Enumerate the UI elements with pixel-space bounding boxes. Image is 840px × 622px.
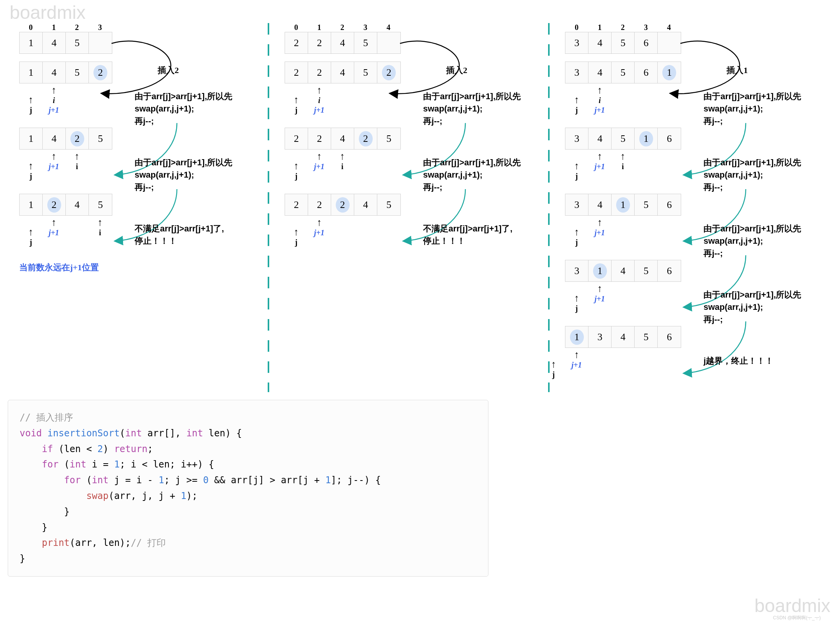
pointer: ↑j <box>565 161 588 196</box>
pointer: ↑j+1 <box>565 350 588 384</box>
array-cell: 2 <box>308 62 331 83</box>
pointer-label-j: j <box>565 304 588 313</box>
pointer: ↑j <box>565 293 588 328</box>
pointer-empty <box>611 284 634 318</box>
code-block: // 插入排序 void insertionSort(int arr[], in… <box>8 400 488 577</box>
pointer-label-j: j <box>565 172 588 181</box>
array-cell: 2 <box>43 194 66 215</box>
array-cell: 2 <box>285 194 308 215</box>
array-cell: 2 <box>66 128 89 149</box>
pointer-arrow-icon: ↑ <box>588 151 611 161</box>
pointer: ↑j+1 <box>588 218 611 252</box>
array-cell: 4 <box>43 128 66 149</box>
array-cell: 4 <box>331 128 354 149</box>
array-cell: 2 <box>308 194 331 215</box>
pointer-label-i: i <box>308 96 331 105</box>
column-3: 012343456 插入134561↑j↑ij+1由于arr[j]>arr[j+… <box>553 23 832 392</box>
pointer: ↑j <box>285 95 308 130</box>
pointer: ↑j <box>565 95 588 130</box>
array-cell: 2 <box>354 128 377 149</box>
array-cell: 5 <box>635 326 658 348</box>
array: 22425 <box>285 128 401 150</box>
pointer-label-jp1: j+1 <box>42 162 65 171</box>
pointer: ↑j <box>565 227 588 262</box>
pointer-label-j: j <box>285 172 308 181</box>
pointer-label-j: j <box>542 370 565 379</box>
pointer: ↑j+1 <box>588 284 611 318</box>
step-annotation: j越界，终止！！！ <box>703 355 827 367</box>
pointer-label-jp1: j+1 <box>308 228 331 237</box>
index-label: 0 <box>565 23 588 32</box>
step-row: 22425↑j↑j+1↑i由于arr[j]>arr[j+1],所以先swap(a… <box>281 128 537 186</box>
array-cell: 3 <box>565 128 588 149</box>
array-cell: 5 <box>612 32 635 53</box>
step-row: 145 插入2 <box>15 32 256 54</box>
pointer-label-j: j <box>565 106 588 115</box>
array-cell: 2 <box>308 32 331 53</box>
pointer: ↑j <box>542 359 565 394</box>
index-row: 01234 <box>565 23 825 32</box>
step-annotation: 由于arr[j]>arr[j+1],所以先swap(arr,j,j+1);再j-… <box>423 156 546 193</box>
index-label: 3 <box>634 23 657 32</box>
array: 3456 <box>565 32 681 54</box>
step-annotation: 由于arr[j]>arr[j+1],所以先swap(arr,j,j+1);再j-… <box>703 156 827 193</box>
pointer-label-i: i <box>588 96 611 105</box>
step-row: 31456↑j↑j+1由于arr[j]>arr[j+1],所以先swap(arr… <box>561 260 825 318</box>
pointer-empty <box>611 218 634 252</box>
array-cell: 4 <box>588 62 612 83</box>
array-cell: 5 <box>377 194 400 215</box>
array-cell: 5 <box>66 32 89 53</box>
array: 34156 <box>565 194 681 216</box>
pointer-arrow-icon: ↑ <box>19 161 42 171</box>
index-label: 1 <box>308 23 331 32</box>
pointer-empty <box>634 284 657 318</box>
pointer: ↑j+1 <box>42 218 65 252</box>
pointer: ↑j <box>19 227 42 262</box>
array-cell: 3 <box>565 260 588 281</box>
array-cell: 4 <box>588 128 612 149</box>
array-cell: 5 <box>612 128 635 149</box>
index-label: 1 <box>42 23 65 32</box>
array: 34561 <box>565 62 681 83</box>
pointer-empty <box>588 350 611 384</box>
step-row: 22245↑j↑j+1不满足arr[j]>arr[j+1]了,停止！！！ <box>281 194 537 252</box>
array: 22452 <box>285 62 401 83</box>
array: 22245 <box>285 194 401 216</box>
array-cell: 1 <box>635 128 658 149</box>
array-cell: 1 <box>565 326 588 348</box>
array: 1245 <box>19 194 112 216</box>
csdn-attribution: CSDN @啊啊啊(┯_┯) <box>773 615 821 621</box>
diagram-columns: 0123145 插入21452↑j↑ij+1由于arr[j]>arr[j+1],… <box>8 23 832 392</box>
pointer-label-jp1: j+1 <box>42 106 65 115</box>
pointer-arrow-icon: ↑ <box>19 227 42 237</box>
pointer: ↑j+1 <box>588 151 611 186</box>
array-cell: 2 <box>89 62 112 83</box>
pointer-label-jp1: j+1 <box>588 294 611 303</box>
array-cell: 6 <box>658 326 681 348</box>
pointer-arrow-icon: ↑ <box>565 350 588 360</box>
pointer-label-j: j <box>19 172 42 181</box>
pointer-arrow-icon: ↑ <box>565 161 588 171</box>
array-cell: 5 <box>66 62 89 83</box>
array: 1425 <box>19 128 112 150</box>
pointer-arrow-icon: ↑ <box>542 359 565 369</box>
pointer: ↑ij+1 <box>588 85 611 120</box>
index-row: 01234 <box>285 23 537 32</box>
column-2: 012342245 插入222452↑j↑ij+1由于arr[j]>arr[j+… <box>273 23 544 392</box>
array-cell: 6 <box>658 128 681 149</box>
array-cell: 4 <box>588 32 612 53</box>
array-cell <box>377 32 400 53</box>
step-row: 1452↑j↑ij+1由于arr[j]>arr[j+1],所以先swap(arr… <box>15 62 256 120</box>
array-cell: 5 <box>635 194 658 215</box>
array: 34516 <box>565 128 681 150</box>
step-row: 1425↑j↑j+1↑i由于arr[j]>arr[j+1],所以先swap(ar… <box>15 128 256 186</box>
index-label: 4 <box>657 23 680 32</box>
index-label: 3 <box>88 23 112 32</box>
pointer: ↑j+1 <box>308 218 331 252</box>
array-cell: 4 <box>43 32 66 53</box>
pointer-label-jp1: j+1 <box>42 228 65 237</box>
array-cell: 4 <box>354 194 377 215</box>
pointer-empty <box>657 284 680 318</box>
pointer-label-jp1: j+1 <box>588 106 611 115</box>
step-row: 1245↑j↑j+1↑i不满足arr[j]>arr[j+1]了,停止！！！ <box>15 194 256 252</box>
